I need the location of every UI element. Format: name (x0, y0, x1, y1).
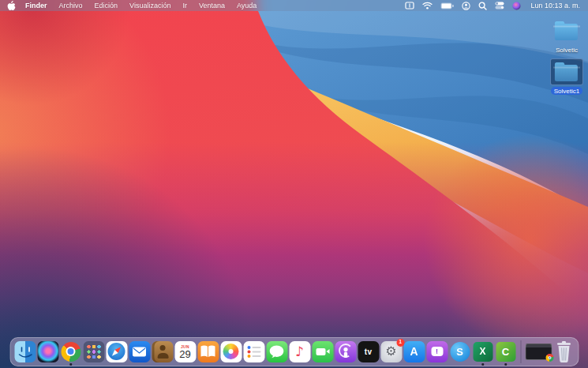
calendar-day: 29 (179, 349, 190, 360)
messages-dock-icon[interactable] (266, 341, 287, 362)
calendar-dock-icon[interactable]: JUN 29 (174, 341, 196, 362)
camtasia-dock-icon[interactable]: C (495, 341, 516, 362)
folder-icon-selected (552, 61, 581, 83)
envelope-icon (133, 347, 147, 357)
photos-dock-icon[interactable] (220, 341, 242, 362)
launchpad-dock-icon[interactable] (83, 341, 104, 362)
photos-flower-icon (223, 344, 239, 359)
folder-label: Solvetic (552, 46, 581, 54)
excel-dock-icon[interactable]: X (472, 341, 493, 362)
safari-dock-icon[interactable] (106, 341, 127, 362)
app-menus: Finder Archivo Edición Visualización Ir … (25, 2, 257, 9)
dock-separator (520, 340, 521, 363)
running-indicator (481, 363, 484, 366)
desktop: Finder Archivo Edición Visualización Ir … (0, 0, 588, 368)
open-book-icon (200, 344, 217, 359)
camtasia-logo-icon: C (496, 342, 515, 362)
battery-icon[interactable] (440, 2, 454, 9)
menu-ventana[interactable]: Ventana (199, 2, 225, 9)
system-preferences-dock-icon[interactable]: ⚙ 1 (380, 341, 402, 362)
running-indicator (504, 363, 507, 366)
folder-label-selected: Solvetic1 (551, 87, 582, 95)
spotlight-icon[interactable] (478, 2, 487, 10)
music-dock-icon[interactable]: ♪ (289, 341, 310, 362)
facetime-dock-icon[interactable] (312, 341, 333, 362)
books-dock-icon[interactable] (197, 341, 219, 362)
user-icon[interactable] (462, 2, 470, 10)
compass-icon (108, 343, 125, 360)
app-store-dock-icon[interactable]: A (403, 341, 425, 362)
speech-bubble-icon (269, 344, 285, 359)
podcasts-figure-icon (335, 341, 356, 362)
chrome-logo-icon (61, 342, 81, 362)
music-note-icon: ♪ (295, 345, 304, 359)
menu-ayuda[interactable]: Ayuda (237, 2, 257, 9)
dock: JUN 29 ♪ (9, 337, 579, 366)
siri-icon[interactable] (512, 2, 521, 10)
checklist-icon (245, 343, 263, 361)
running-indicator (69, 363, 72, 366)
menu-finder[interactable]: Finder (25, 2, 47, 9)
menu-visualizacion[interactable]: Visualización (129, 2, 170, 9)
chrome-dock-icon[interactable] (60, 341, 81, 362)
folder-solvetic[interactable]: Solvetic (549, 17, 585, 54)
chrome-badge-icon (545, 354, 553, 362)
excel-logo-icon: X (473, 342, 492, 362)
control-center-icon[interactable] (495, 2, 504, 9)
wifi-icon[interactable] (422, 2, 433, 9)
desktop-wallpaper (0, 0, 588, 368)
tv-label: tv (365, 347, 373, 356)
status-area: Lun 10:13 a. m. (405, 2, 580, 10)
desktop-icons: Solvetic Solvetic1 (549, 17, 585, 95)
apple-tv-dock-icon[interactable]: tv (358, 341, 379, 362)
feedback-bubble-icon: ! (431, 347, 443, 356)
menu-bar: Finder Archivo Edición Visualización Ir … (0, 0, 588, 11)
menu-archivo[interactable]: Archivo (59, 2, 83, 9)
folder-icon (552, 20, 581, 42)
menu-edicion[interactable]: Edición (95, 2, 118, 9)
folder-solvetic1[interactable]: Solvetic1 (549, 58, 585, 95)
gear-icon: ⚙ (385, 345, 396, 358)
trash-can-icon (554, 340, 573, 363)
finder-dock-icon[interactable] (14, 341, 36, 362)
menu-clock[interactable]: Lun 10:13 a. m. (530, 2, 580, 9)
trash-dock-icon[interactable] (553, 341, 574, 362)
menu-ir[interactable]: Ir (182, 2, 187, 9)
display-icon[interactable] (405, 2, 414, 9)
skype-logo-icon: S (450, 342, 470, 362)
apple-menu-icon[interactable] (7, 1, 16, 10)
podcasts-dock-icon[interactable] (335, 341, 356, 362)
skype-dock-icon[interactable]: S (449, 341, 470, 362)
contacts-dock-icon[interactable] (152, 341, 173, 362)
reminders-dock-icon[interactable] (243, 341, 264, 362)
siri-dock-icon[interactable] (37, 341, 58, 362)
minimized-window-dock-icon[interactable] (525, 344, 552, 360)
feedback-assistant-dock-icon[interactable]: ! (426, 341, 448, 362)
mail-dock-icon[interactable] (129, 341, 150, 362)
app-store-a-icon: A (410, 345, 418, 358)
